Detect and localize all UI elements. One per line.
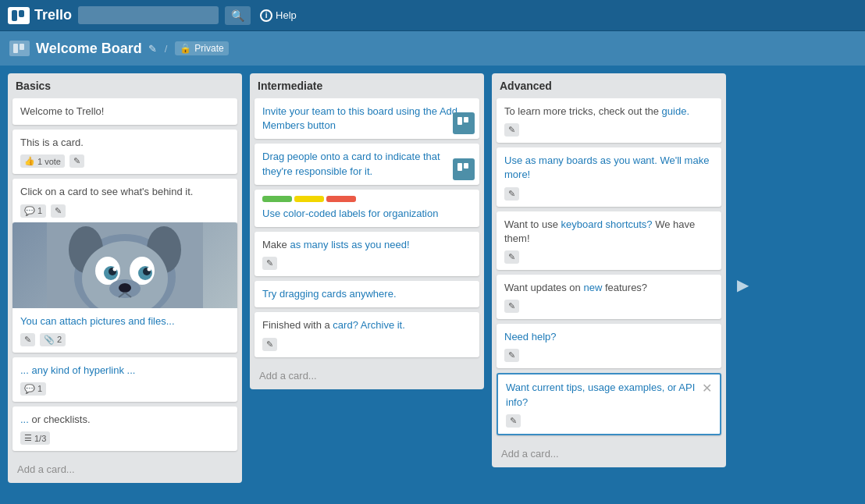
card-text: Want updates on new features? [504, 281, 714, 295]
card-image [12, 222, 237, 308]
search-button[interactable]: 🔍 [225, 6, 251, 25]
lock-icon: 🔒 [180, 43, 191, 54]
green-label [262, 196, 292, 202]
card-text: This is a card. [20, 136, 230, 150]
card-text: ... any kind of hyperlink ... [20, 364, 230, 378]
search-input[interactable] [78, 6, 219, 24]
svg-rect-0 [12, 10, 17, 21]
svg-point-18 [119, 283, 131, 293]
card-text: Finished with a card? Archive it. [262, 318, 472, 332]
attach-badge: 📎 2 [40, 333, 66, 346]
card-basics-4[interactable]: You can attach pictures and files... ✎ 📎… [12, 222, 237, 353]
list-basics-footer: Add a card... [8, 456, 242, 483]
card-intermediate-6[interactable]: Finished with a card? Archive it. ✎ [255, 312, 479, 357]
checklist-icon: ☰ [24, 433, 32, 443]
svg-rect-21 [457, 163, 462, 171]
attach-count: 2 [57, 335, 62, 344]
attach-icon: 📎 [44, 335, 55, 345]
info-icon: i [260, 9, 272, 22]
card-text: Want current tips, usage examples, or AP… [506, 381, 697, 409]
card-advanced-6[interactable]: Want current tips, usage examples, or AP… [497, 373, 721, 435]
card-advanced-2[interactable]: Use as many boards as you want. We'll ma… [497, 147, 721, 206]
card-meta: ✎ [506, 414, 712, 428]
card-text: Invite your team to this board using the… [262, 105, 472, 133]
svg-rect-3 [20, 44, 24, 50]
scroll-right-button[interactable]: ▶ [734, 268, 752, 302]
checklist-badge: ☰ 1/3 [20, 431, 50, 445]
card-text: Click on a card to see what's behind it. [20, 185, 230, 199]
svg-rect-1 [19, 10, 24, 17]
card-text: You can attach pictures and files... [20, 314, 230, 328]
comment-count: 1 [37, 206, 42, 215]
card-meta: ✎ 📎 2 [20, 333, 230, 346]
close-icon[interactable]: ✕ [702, 381, 712, 396]
card-intermediate-1[interactable]: Invite your team to this board using the… [255, 98, 479, 139]
edit-icon[interactable]: ✎ [20, 333, 35, 346]
list-advanced-title: Advanced [492, 73, 726, 98]
board-privacy-button[interactable]: 🔒 Private [175, 41, 228, 55]
edit-icon[interactable]: ✎ [504, 187, 519, 201]
svg-point-16 [148, 267, 151, 271]
checklist-count: 1/3 [34, 434, 46, 443]
add-card-button[interactable]: Add a card... [255, 367, 479, 385]
edit-icon[interactable]: ✎ [504, 349, 519, 362]
board-privacy-label: Private [194, 43, 223, 54]
edit-icon[interactable]: ✎ [506, 414, 521, 428]
list-advanced: Advanced To learn more tricks, check out… [492, 73, 726, 467]
edit-icon[interactable]: ✎ [69, 154, 84, 168]
edit-icon[interactable]: ✎ [504, 123, 519, 137]
member-icon [453, 112, 475, 134]
svg-rect-20 [464, 117, 468, 122]
trello-logo-text: Trello [34, 7, 72, 23]
card-advanced-3[interactable]: Want to use keyboard shortcuts? We have … [497, 211, 721, 270]
add-card-button[interactable]: Add a card... [497, 445, 721, 463]
comment-badge: 💬 1 [20, 382, 46, 396]
top-nav: Trello 🔍 i Help [0, 0, 865, 31]
board-header: Welcome Board ✎ / 🔒 Private [0, 31, 865, 66]
edit-icon[interactable]: ✎ [504, 300, 519, 313]
red-label [326, 196, 356, 202]
board-edit-icon[interactable]: ✎ [148, 43, 157, 55]
card-basics-3[interactable]: Click on a card to see what's behind it.… [12, 179, 237, 223]
card-text: Make as many lists as you need! [262, 238, 472, 252]
card-basics-2[interactable]: This is a card. 👍 1 vote ✎ [12, 130, 237, 174]
card-text: Want to use keyboard shortcuts? We have … [504, 218, 714, 246]
card-meta: 💬 1 [20, 382, 230, 396]
add-card-button[interactable]: Add a card... [12, 460, 237, 478]
edit-icon[interactable]: ✎ [262, 338, 277, 351]
board-separator: / [165, 43, 168, 55]
card-intermediate-2[interactable]: Drag people onto a card to indicate that… [255, 144, 479, 184]
card-text: Try dragging cards anywhere. [262, 287, 472, 301]
edit-icon[interactable]: ✎ [262, 257, 277, 270]
card-text: Drag people onto a card to indicate that… [262, 150, 472, 178]
list-basics-title: Basics [8, 73, 242, 98]
comment-icon: 💬 [24, 384, 35, 394]
edit-icon[interactable]: ✎ [51, 204, 66, 218]
card-meta: ✎ [504, 187, 714, 201]
card-meta: ✎ [504, 250, 714, 264]
card-intermediate-4[interactable]: Make as many lists as you need! ✎ [255, 232, 479, 276]
comment-icon: 💬 [24, 206, 35, 216]
trello-logo-icon [8, 7, 30, 24]
card-text: Use as many boards as you want. We'll ma… [504, 154, 714, 182]
board-icon [9, 41, 30, 56]
card-basics-5[interactable]: ... any kind of hyperlink ... 💬 1 [12, 357, 237, 402]
svg-rect-19 [457, 117, 462, 125]
card-advanced-4[interactable]: Want updates on new features? ✎ [497, 275, 721, 319]
card-advanced-5[interactable]: Need help? ✎ [497, 324, 721, 368]
card-advanced-1[interactable]: To learn more tricks, check out the guid… [497, 98, 721, 143]
comment-badge: 💬 1 [20, 204, 46, 218]
card-text: Welcome to Trello! [20, 105, 230, 119]
card-intermediate-3[interactable]: Use color-coded labels for organization [255, 190, 479, 227]
card-basics-6[interactable]: ... or checklists. ☰ 1/3 [12, 406, 237, 451]
edit-icon[interactable]: ✎ [504, 250, 519, 264]
board-title: Welcome Board [36, 41, 142, 57]
dog-image [47, 222, 203, 308]
help-nav-item[interactable]: i Help [260, 9, 297, 22]
help-label: Help [276, 9, 297, 21]
card-intermediate-5[interactable]: Try dragging cards anywhere. [255, 281, 479, 307]
list-basics: Basics Welcome to Trello! This is a card… [8, 73, 242, 483]
card-meta: ☰ 1/3 [20, 431, 230, 445]
card-basics-1[interactable]: Welcome to Trello! [12, 98, 237, 125]
vote-badge: 👍 1 vote [20, 154, 65, 168]
